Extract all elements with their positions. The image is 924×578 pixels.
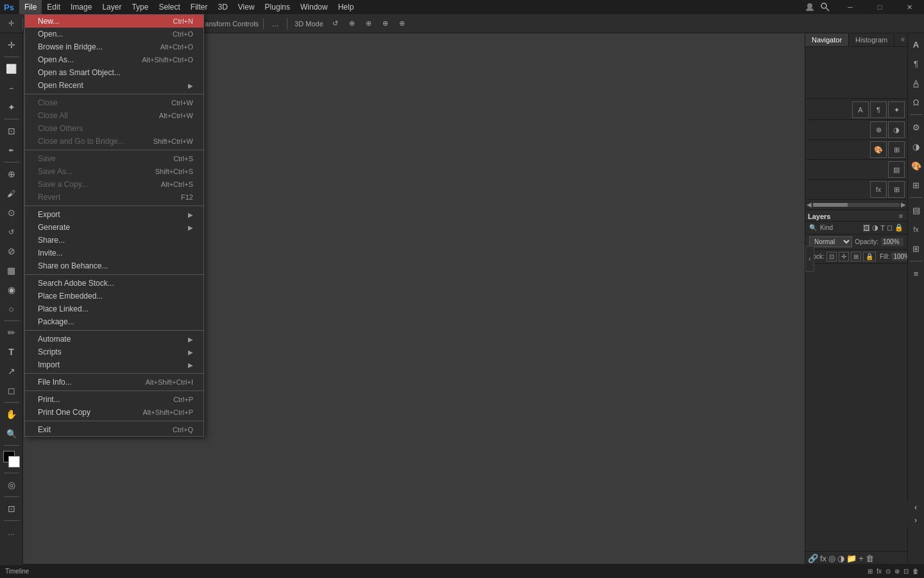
layers-icon-img[interactable]: 🖼 (863, 224, 870, 232)
menu-item-share-behance[interactable]: Share on Behance... (25, 259, 203, 272)
3d-move-btn[interactable]: ⊕ (362, 17, 376, 31)
menu-item-file-info[interactable]: File Info... Alt+Shift+Ctrl+I (25, 376, 203, 389)
close-button[interactable]: ✕ (894, 0, 924, 14)
layers-menu-icon[interactable]: ≡ (897, 211, 905, 221)
paragraph-icon[interactable]: ¶ (908, 55, 925, 72)
clone-tool[interactable]: ⊙ (3, 204, 21, 222)
dodge-tool[interactable]: ○ (3, 300, 21, 318)
delete-layer-icon[interactable]: 🗑 (866, 554, 874, 563)
menu-edit[interactable]: Edit (42, 0, 65, 14)
shape-tool[interactable]: ◻ (3, 381, 21, 399)
menu-item-export[interactable]: Export ▶ (25, 208, 203, 221)
menu-window[interactable]: Window (295, 0, 333, 14)
lock-pixels-btn[interactable]: ⊡ (826, 252, 837, 261)
type-tool[interactable]: T (3, 343, 21, 361)
magic-wand-tool[interactable]: ✦ (3, 98, 21, 116)
mini-icon-2[interactable]: ¶ (870, 101, 887, 118)
zoom-tool[interactable]: 🔍 (3, 425, 21, 442)
extra-options-btn[interactable]: … (268, 17, 282, 31)
fx-icon[interactable]: fx (908, 221, 925, 238)
opacity-input[interactable] (881, 238, 903, 246)
menu-select[interactable]: Select (153, 0, 185, 14)
adjustments-icon[interactable]: ◑ (908, 138, 925, 155)
text-panel-icon[interactable]: A (908, 36, 925, 53)
menu-3d[interactable]: 3D (212, 0, 232, 14)
status-icon-fx[interactable]: fx (877, 568, 882, 575)
lock-art-btn[interactable]: ⊞ (851, 252, 861, 261)
menu-item-revert[interactable]: Revert F12 (25, 191, 203, 204)
add-mask-icon[interactable]: ◎ (828, 554, 835, 563)
scroll-left-icon[interactable]: ◀ (807, 201, 812, 208)
menu-item-place-embedded[interactable]: Place Embedded... (25, 290, 203, 302)
menu-file[interactable]: File (19, 0, 42, 14)
menu-item-new[interactable]: New... Ctrl+N (25, 15, 203, 28)
mini-icon-8[interactable]: ▤ (888, 161, 905, 178)
menu-item-print-one[interactable]: Print One Copy Alt+Shift+Ctrl+P (25, 406, 203, 419)
menu-item-close-go-bridge[interactable]: Close and Go to Bridge... Shift+Ctrl+W (25, 135, 203, 148)
channels-icon[interactable]: ▤ (908, 202, 925, 218)
table-icon[interactable]: ⊞ (908, 177, 925, 193)
move-tool-active[interactable]: ✛ (4, 17, 18, 31)
menu-layer[interactable]: Layer (97, 0, 126, 14)
menu-item-open-as[interactable]: Open As... Alt+Shift+Ctrl+O (25, 53, 203, 66)
glyph-icon[interactable]: Ω (908, 94, 925, 110)
status-icon-5[interactable]: 🗑 (912, 568, 919, 575)
add-fx-icon[interactable]: fx (820, 554, 826, 563)
menu-help[interactable]: Help (333, 0, 359, 14)
mini-icon-9[interactable]: fx (870, 181, 887, 198)
mini-icon-3[interactable]: ✦ (888, 101, 905, 118)
heal-tool[interactable]: ⊕ (3, 165, 21, 183)
history-brush-tool[interactable]: ↺ (3, 223, 21, 241)
fill-input[interactable] (891, 252, 907, 261)
menu-item-browse-bridge[interactable]: Browse in Bridge... Alt+Ctrl+O (25, 40, 203, 53)
extra-tool-btn[interactable]: … (3, 523, 21, 541)
menu-item-close-all[interactable]: Close All Alt+Ctrl+W (25, 109, 203, 122)
properties-icon[interactable]: ⚙ (908, 119, 925, 136)
menu-item-place-linked[interactable]: Place Linked... (25, 302, 203, 315)
lock-all-btn[interactable]: 🔒 (863, 252, 876, 261)
menu-item-close-others[interactable]: Close Others (25, 122, 203, 135)
background-color[interactable] (8, 456, 20, 468)
path-select-tool[interactable]: ↗ (3, 362, 21, 380)
menu-item-save-copy[interactable]: Save a Copy... Alt+Ctrl+S (25, 178, 203, 191)
3d-extra-btn[interactable]: ⊕ (395, 17, 409, 31)
mini-icon-5[interactable]: ◑ (888, 121, 905, 138)
crop-tool[interactable]: ⊡ (3, 122, 21, 140)
layers-icon-shape[interactable]: ◻ (887, 223, 893, 232)
menu-image[interactable]: Image (65, 0, 97, 14)
quick-mask-btn[interactable]: ◎ (3, 476, 21, 494)
menu-view[interactable]: View (233, 0, 260, 14)
panel-settings-icon[interactable]: ≡ (908, 265, 925, 282)
add-layer-icon[interactable]: + (859, 554, 864, 563)
menu-item-share[interactable]: Share... (25, 234, 203, 247)
screen-mode-btn[interactable]: ⊡ (3, 500, 21, 518)
3d-scale-btn[interactable]: ⊕ (379, 17, 393, 31)
lock-pos-btn[interactable]: ✛ (839, 252, 849, 261)
history-icon[interactable]: ⊞ (908, 240, 925, 257)
eyedropper-tool[interactable]: ✒ (3, 141, 21, 159)
search-icon[interactable] (820, 2, 830, 12)
user-icon[interactable] (805, 2, 815, 12)
add-group-icon[interactable]: 📁 (846, 554, 857, 563)
nav-menu-icon[interactable]: ≡ (898, 33, 907, 46)
hand-tool[interactable]: ✋ (3, 405, 21, 423)
collapse-down-icon[interactable]: › (907, 514, 924, 527)
tab-navigator[interactable]: Navigator (805, 33, 849, 46)
pen-tool[interactable]: ✏ (3, 324, 21, 342)
menu-item-search-stock[interactable]: Search Adobe Stock... (25, 277, 203, 290)
menu-item-close[interactable]: Close Ctrl+W (25, 96, 203, 109)
left-collapse-btn[interactable]: ‹ (805, 246, 814, 272)
menu-item-open-recent[interactable]: Open Recent ▶ (25, 79, 203, 92)
color-swatch[interactable] (3, 451, 20, 468)
mini-icon-10[interactable]: ⊞ (888, 181, 905, 198)
mini-icon-4[interactable]: ⊕ (870, 121, 887, 138)
add-link-icon[interactable]: 🔗 (808, 554, 818, 563)
menu-item-print[interactable]: Print... Ctrl+P (25, 393, 203, 406)
color-icon[interactable]: 🎨 (908, 157, 925, 174)
tab-histogram[interactable]: Histogram (849, 33, 894, 46)
menu-filter[interactable]: Filter (185, 0, 213, 14)
menu-item-package[interactable]: Package... (25, 315, 203, 328)
menu-item-generate[interactable]: Generate ▶ (25, 221, 203, 234)
menu-item-save-as[interactable]: Save As... Shift+Ctrl+S (25, 165, 203, 178)
mini-icon-7[interactable]: ⊞ (888, 141, 905, 158)
